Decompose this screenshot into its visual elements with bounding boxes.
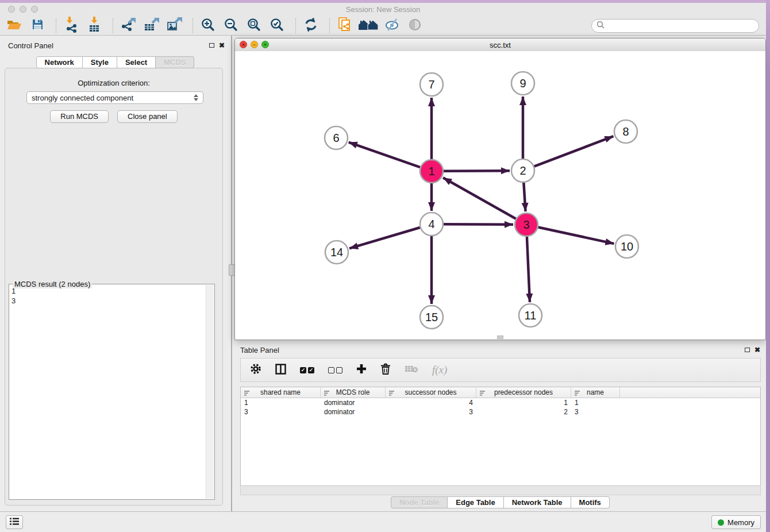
panel-splitter[interactable] xyxy=(231,36,232,511)
export-table-icon xyxy=(144,17,159,34)
result-scrollbar[interactable] xyxy=(206,285,214,499)
tab-motifs[interactable]: Motifs xyxy=(571,496,610,508)
export-table-button[interactable] xyxy=(141,17,161,34)
close-panel-icon[interactable]: ✖ xyxy=(219,42,225,49)
function-builder-button[interactable]: f(x) xyxy=(432,364,447,376)
cell[interactable]: 4 xyxy=(386,399,476,407)
close-window-button[interactable] xyxy=(8,6,15,13)
cell[interactable]: 3 xyxy=(571,408,620,416)
minimize-window-button[interactable] xyxy=(20,6,26,13)
delete-table-button[interactable] xyxy=(405,364,418,376)
cell[interactable]: 3 xyxy=(386,408,476,416)
column-header-MCDS-role[interactable]: MCDS role xyxy=(321,387,386,398)
graph-edge-1-6[interactable] xyxy=(349,142,420,167)
import-network-button[interactable] xyxy=(61,17,81,34)
table-settings-button[interactable] xyxy=(250,363,261,377)
column-header-predecessor-nodes[interactable]: predecessor nodes xyxy=(476,387,571,398)
graph-edge-4-14[interactable] xyxy=(349,228,420,248)
canvas-scroll-handle[interactable] xyxy=(497,336,503,339)
select-all-button[interactable]: ✓✓ xyxy=(300,367,314,373)
save-session-button[interactable] xyxy=(28,17,47,34)
cell[interactable]: dominator xyxy=(321,399,386,407)
float-panel-icon[interactable] xyxy=(209,43,214,48)
desktop-edge-top xyxy=(0,0,770,3)
graph-edge-3-11[interactable] xyxy=(527,237,530,302)
network-close-button[interactable]: × xyxy=(240,41,247,48)
zoom-out-button[interactable] xyxy=(221,17,241,34)
eye-slash-icon xyxy=(384,18,400,34)
show-hide-graphics-details-button[interactable] xyxy=(382,17,402,34)
main-toolbar xyxy=(0,16,766,36)
select-stepper-icon xyxy=(194,94,198,101)
tab-edge-table[interactable]: Edge Table xyxy=(448,496,503,508)
graph-edge-2-8[interactable] xyxy=(534,136,614,166)
zoom-window-button[interactable] xyxy=(31,6,38,13)
graph-node-label-3: 3 xyxy=(523,218,529,231)
cell[interactable]: 2 xyxy=(476,408,571,416)
column-header-name[interactable]: name xyxy=(571,387,620,398)
add-row-button[interactable] xyxy=(356,364,367,376)
delete-row-button[interactable] xyxy=(380,363,391,377)
column-header-shared-name[interactable]: shared name xyxy=(241,387,321,398)
tab-network-table[interactable]: Network Table xyxy=(504,496,571,508)
sort-icon xyxy=(575,390,580,398)
graph-edge-1-2[interactable] xyxy=(444,171,510,171)
tab-select[interactable]: Select xyxy=(117,56,156,68)
graph-edge-3-10[interactable] xyxy=(538,227,614,244)
task-history-button[interactable] xyxy=(6,515,23,529)
search-field[interactable] xyxy=(591,19,759,33)
export-network-button[interactable] xyxy=(118,17,138,34)
column-header-successor-nodes[interactable]: successor nodes xyxy=(386,387,476,398)
show-columns-button[interactable] xyxy=(275,364,286,377)
network-window-title: scc.txt xyxy=(490,41,511,49)
close-panel-button[interactable]: Close panel xyxy=(117,110,178,123)
graph-node-label-9: 9 xyxy=(519,77,526,90)
memory-button[interactable]: Memory xyxy=(711,515,761,529)
graph-edge-4-3[interactable] xyxy=(444,224,513,225)
cell[interactable]: 1 xyxy=(476,399,571,407)
table-row[interactable]: 3dominator323 xyxy=(241,407,760,417)
graph-node-label-15: 15 xyxy=(425,311,438,323)
network-minimize-button[interactable]: − xyxy=(251,41,258,48)
sort-icon xyxy=(324,390,330,398)
table-toolbar: ✓✓ f(x) xyxy=(240,358,761,382)
float-table-panel-icon[interactable] xyxy=(745,348,750,352)
run-mcds-button[interactable]: Run MCDS xyxy=(50,110,109,123)
table-body: 1dominator4113dominator323 xyxy=(241,398,760,417)
export-image-button[interactable] xyxy=(164,17,184,34)
tab-network[interactable]: Network xyxy=(36,56,83,68)
network-canvas[interactable]: 7968124314101511 xyxy=(235,51,765,340)
birdseye-view-button[interactable] xyxy=(405,17,425,34)
import-table-button[interactable] xyxy=(84,17,104,34)
close-table-panel-icon[interactable]: ✖ xyxy=(754,346,760,353)
graph-node-label-7: 7 xyxy=(428,78,434,91)
tab-style[interactable]: Style xyxy=(83,56,117,68)
optimization-criterion-select[interactable]: strongly connected component xyxy=(26,91,203,104)
cell[interactable]: 1 xyxy=(241,399,321,407)
tab-node-table[interactable]: Node Table xyxy=(391,496,448,508)
new-network-from-selection-button[interactable] xyxy=(335,17,355,34)
cell[interactable]: dominator xyxy=(321,408,386,416)
deselect-all-button[interactable] xyxy=(328,367,342,373)
graph-edge-3-1[interactable] xyxy=(443,178,516,218)
table-horizontal-scrollbar[interactable] xyxy=(240,487,761,495)
first-neighbors-button[interactable] xyxy=(358,17,379,34)
zoom-selected-button[interactable] xyxy=(267,17,287,34)
graph-node-label-4: 4 xyxy=(428,218,434,230)
network-maximize-button[interactable]: + xyxy=(261,41,269,48)
table-row[interactable]: 1dominator411 xyxy=(241,398,760,407)
zoom-in-button[interactable] xyxy=(198,17,218,34)
tab-mcds[interactable]: MCDS xyxy=(156,56,194,68)
network-graph[interactable]: 7968124314101511 xyxy=(235,51,765,340)
zoom-fit-button[interactable] xyxy=(244,17,264,34)
columns-icon xyxy=(275,364,286,377)
search-input[interactable] xyxy=(607,21,754,31)
memory-status-icon xyxy=(718,519,724,526)
document-share-icon xyxy=(338,17,352,35)
cell[interactable]: 3 xyxy=(241,408,321,416)
memory-label: Memory xyxy=(727,518,754,527)
apply-layout-button[interactable] xyxy=(301,17,321,34)
graph-edge-2-3[interactable] xyxy=(523,183,525,211)
open-session-button[interactable] xyxy=(5,17,24,34)
cell[interactable]: 1 xyxy=(571,399,620,407)
